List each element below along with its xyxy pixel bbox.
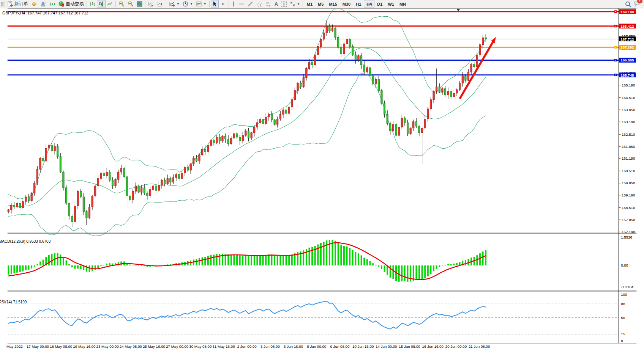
- search-icon[interactable]: [625, 1, 631, 7]
- text-label-tool-button[interactable]: T: [279, 0, 288, 8]
- zoom-in-icon: [118, 1, 125, 7]
- toolbar-right-cluster: 1: [625, 0, 643, 8]
- svg-text:14 Jun 00:00: 14 Jun 00:00: [376, 344, 397, 349]
- crosshair-icon: [220, 1, 226, 7]
- svg-text:163.850: 163.850: [622, 108, 635, 112]
- auto-trading-button[interactable]: 自动交易: [57, 0, 85, 8]
- timeframe-M1[interactable]: M1: [304, 0, 315, 8]
- toolbar-separator: [87, 1, 87, 7]
- trendline-tool-button[interactable]: [246, 0, 255, 8]
- svg-text:1.5526: 1.5526: [621, 236, 632, 240]
- periods-button[interactable]: ▼: [181, 0, 194, 8]
- timeframe-H1[interactable]: H1: [353, 0, 364, 8]
- fibonacci-icon: F: [265, 1, 271, 7]
- chart-canvas[interactable]: 167.850167.190166.510165.850165.190164.5…: [0, 8, 644, 358]
- svg-text:16 Jun 16:00: 16 Jun 16:00: [422, 344, 444, 349]
- svg-text:-1.2104: -1.2104: [621, 285, 634, 289]
- timeframe-MN[interactable]: MN: [397, 0, 409, 8]
- svg-text:27 May 00:00: 27 May 00:00: [166, 344, 189, 349]
- zoom-in-button[interactable]: [117, 0, 126, 8]
- document-plus-icon: [8, 1, 13, 7]
- notifications-button[interactable]: 1: [634, 0, 640, 8]
- svg-text:0.00: 0.00: [621, 263, 628, 267]
- svg-text:31 May 16:00: 31 May 16:00: [212, 344, 235, 349]
- notification-badge: 1: [637, 0, 642, 3]
- toolbar-separator: [166, 1, 166, 7]
- text-tool-icon: A: [275, 1, 278, 7]
- sphere-icon: [58, 1, 65, 7]
- toolbar-separator: [209, 1, 210, 7]
- vertical-line-tool-button[interactable]: [230, 0, 237, 8]
- rsi-indicator-label: RSI(14) 71.5199: [0, 300, 27, 304]
- toolbar-separator: [303, 1, 303, 7]
- equidistant-channel-tool-button[interactable]: E: [255, 0, 264, 8]
- svg-text:160.510: 160.510: [622, 169, 635, 173]
- timeframe-M5[interactable]: M5: [315, 0, 326, 8]
- chart-candles-button[interactable]: [97, 0, 106, 8]
- svg-text:162.510: 162.510: [622, 132, 635, 137]
- profile-button[interactable]: [39, 0, 48, 8]
- channel-icon: E: [256, 1, 262, 7]
- indicators-button[interactable]: ▼: [167, 0, 181, 8]
- svg-text:E: E: [260, 5, 262, 7]
- svg-text:2 Jun 00:00: 2 Jun 00:00: [237, 344, 257, 349]
- svg-text:F: F: [269, 5, 271, 7]
- svg-text:161.850: 161.850: [622, 144, 635, 149]
- toolbar: 新订单 自动交易: [0, 0, 644, 8]
- tile-windows-button[interactable]: [135, 0, 144, 8]
- auto-trading-label: 自动交易: [66, 1, 84, 7]
- svg-text:50: 50: [621, 316, 625, 320]
- timeframe-M15[interactable]: M15: [326, 0, 339, 8]
- svg-text:May 2022: May 2022: [6, 344, 23, 349]
- toolbar-separator: [5, 1, 5, 7]
- new-order-label: 新订单: [14, 1, 28, 7]
- timeframe-W1[interactable]: W1: [385, 0, 397, 8]
- auto-scroll-icon: [148, 1, 154, 7]
- svg-text:3 Jun 08:00: 3 Jun 08:00: [260, 344, 280, 349]
- svg-text:80: 80: [621, 302, 625, 306]
- svg-text:18 May 08:00: 18 May 08:00: [50, 344, 73, 349]
- templates-button[interactable]: ▼: [194, 0, 208, 8]
- svg-text:15 Jun 08:00: 15 Jun 08:00: [399, 344, 420, 349]
- timeframe-H4[interactable]: H4: [364, 0, 374, 8]
- market-watch-button[interactable]: [30, 0, 39, 8]
- horizontal-line-icon: [239, 1, 245, 7]
- svg-text:169.199: 169.199: [620, 10, 634, 14]
- chevron-down-icon: ▼: [297, 2, 300, 6]
- zoom-out-icon: [128, 1, 134, 7]
- horizontal-line-tool-button[interactable]: [237, 0, 246, 8]
- chart-bars-button[interactable]: [88, 0, 97, 8]
- svg-text:23 May 00:00: 23 May 00:00: [96, 344, 119, 349]
- svg-text:166.555: 166.555: [620, 58, 634, 63]
- svg-text:167.712: 167.712: [620, 37, 634, 41]
- chart-shift-button[interactable]: [156, 0, 165, 8]
- timeframe-D1[interactable]: D1: [374, 0, 385, 8]
- symbol-ohlc-label: GBPJPY-,H4 167.747 167.747 167.712 167.7…: [2, 11, 88, 15]
- candlestick-icon: [98, 1, 104, 7]
- crosshair-tool-button[interactable]: [219, 0, 227, 8]
- svg-text:9 Jun 08:00: 9 Jun 08:00: [330, 344, 350, 349]
- ohlc-bars-icon: [90, 1, 95, 7]
- timeframe-M30[interactable]: M30: [340, 0, 353, 8]
- svg-text:20 Jun 00:00: 20 Jun 00:00: [445, 344, 467, 349]
- signal-button[interactable]: [48, 0, 57, 8]
- svg-text:21 Jun 08:00: 21 Jun 08:00: [469, 344, 490, 349]
- cursor-arrow-icon: [212, 1, 217, 7]
- svg-text:168.412: 168.412: [620, 24, 634, 28]
- svg-text:6 Jun 16:00: 6 Jun 16:00: [284, 344, 303, 349]
- tile-windows-icon: [137, 1, 142, 7]
- arrows-tool-button[interactable]: ▼: [288, 0, 301, 8]
- cursor-tool-button[interactable]: [211, 0, 219, 8]
- auto-scroll-button[interactable]: [147, 0, 156, 8]
- chart-line-button[interactable]: [106, 0, 114, 8]
- chevron-down-icon: ▼: [190, 2, 193, 6]
- chevron-down-icon: ▼: [177, 2, 180, 6]
- svg-text:167.262: 167.262: [620, 45, 634, 49]
- svg-text:15: 15: [621, 332, 625, 336]
- toolbar-separator: [229, 1, 229, 7]
- fibonacci-tool-button[interactable]: F: [264, 0, 273, 8]
- new-order-button[interactable]: 新订单: [6, 0, 30, 8]
- svg-text:157.190: 157.190: [622, 230, 635, 234]
- zoom-out-button[interactable]: [126, 0, 135, 8]
- text-tool-button[interactable]: A: [273, 0, 279, 8]
